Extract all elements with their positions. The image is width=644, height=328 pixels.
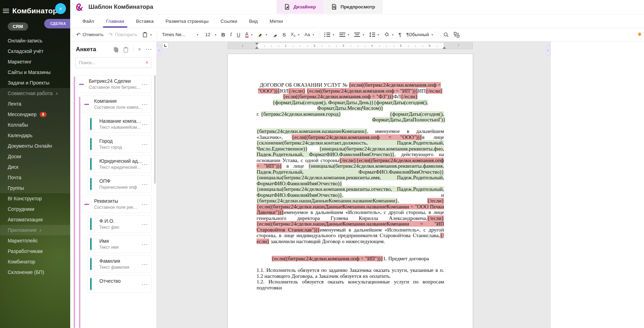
preview-mode-button[interactable]: Предпросмотр [324, 0, 383, 14]
search-button[interactable] [441, 31, 451, 39]
sidebar-item[interactable]: Мессенджер8 [0, 109, 70, 120]
field-card[interactable]: ФамилияТекст фамилия··· [87, 255, 152, 273]
sidebar-item[interactable]: BI Конструктор [0, 193, 70, 204]
collapse-anketa-button[interactable]: ‹ [157, 45, 161, 55]
sidebar-item[interactable]: Почта [0, 172, 70, 183]
field-card[interactable]: Название компа…Текст названиеКом…··· [87, 115, 152, 133]
sidebar-item[interactable]: Коллабы [0, 120, 70, 130]
sidebar-item[interactable]: Календарь [0, 130, 70, 141]
font-color-button[interactable]: A▾ [243, 30, 255, 39]
field-card[interactable]: Отчество··· [87, 275, 152, 293]
sidebar-item[interactable]: Лента [0, 99, 70, 109]
sidebar-item[interactable]: Складской учёт [0, 46, 70, 56]
sidebar-item[interactable]: Разработчикам [0, 246, 70, 256]
sidebar-item[interactable]: Автоматизация [0, 214, 70, 225]
horizontal-ruler[interactable]: 11234567 [228, 42, 473, 49]
close-icon[interactable]: × [138, 46, 141, 53]
deal-button[interactable]: СДЕЛКА [44, 19, 70, 28]
sidebar-item[interactable]: Сотрудники [0, 204, 70, 214]
paste-icon[interactable] [123, 47, 128, 53]
sidebar-item[interactable]: Диск [0, 162, 70, 172]
list-button[interactable]: ▾ [322, 31, 337, 39]
sidebar-item[interactable]: Маркетинг [0, 56, 70, 67]
line-spacing-button[interactable]: ▾ [367, 31, 382, 39]
show-paragraph-marks-button[interactable]: ¶ [396, 31, 404, 39]
tab-stop-selector[interactable] [162, 42, 168, 49]
left-indent-marker[interactable] [255, 47, 259, 49]
sidebar-item[interactable]: Сайты и Магазины [0, 67, 70, 78]
crm-pill[interactable]: CRM [8, 22, 28, 31]
sidebar-item[interactable]: Группы [0, 183, 70, 193]
sidebar-item[interactable]: Онлайн-запись [0, 35, 70, 46]
doc-paragraph[interactable]: 1.2. Исполнитель обязуется оказать консу… [257, 279, 444, 290]
doc-paragraph[interactable]: {битрикс24сделки.компания.названиеКомпан… [257, 128, 444, 244]
doc-paragraph[interactable]: ДОГОВОР ОБ ОКАЗАНИИ УСЛУГ № {если((битри… [257, 82, 444, 111]
tab-Главная[interactable]: Главная [100, 15, 130, 28]
right-indent-marker[interactable] [443, 47, 446, 49]
collapse-dash-icon[interactable] [79, 84, 84, 85]
designer-mode-button[interactable]: Дизайнер [277, 0, 324, 14]
collapse-dash-icon[interactable] [84, 104, 89, 105]
italic-button[interactable]: I [227, 30, 234, 39]
field-more-menu[interactable]: ··· [142, 181, 148, 187]
tab-Вид[interactable]: Вид [243, 15, 264, 28]
more-menu-icon[interactable]: ··· [146, 46, 152, 53]
first-line-indent-marker[interactable] [255, 43, 259, 45]
change-case-button[interactable]: Aa▾ [302, 31, 317, 39]
paragraph-style-select[interactable]: ¶Обычный▾ [404, 31, 436, 39]
field-card[interactable]: Юридический ад…Текст юридический…··· [87, 155, 152, 173]
close-overlay-button[interactable]: × [55, 3, 66, 14]
tab-Разметка страницы[interactable]: Разметка страницы [160, 15, 214, 28]
doc-paragraph[interactable]: {если((битрикс24сделки.компания.опф = "И… [257, 256, 444, 262]
doc-paragraph[interactable]: 1.1. Исполнитель обязуется по заданию За… [257, 267, 444, 279]
field-more-menu[interactable]: ··· [142, 201, 148, 207]
clear-format-button[interactable] [270, 31, 280, 39]
font-size-select[interactable]: 12▾ [201, 31, 219, 39]
field-more-menu[interactable]: ··· [142, 161, 148, 167]
replace-button[interactable] [451, 31, 462, 39]
field-card[interactable]: Ф.И.О.Текст фио··· [87, 215, 152, 233]
field-card[interactable]: ГородТекст город··· [87, 135, 152, 153]
field-more-menu[interactable]: ··· [142, 261, 148, 267]
field-more-menu[interactable]: ··· [142, 101, 148, 107]
field-more-menu[interactable]: ··· [142, 221, 148, 227]
strikethrough-button[interactable]: S [280, 31, 288, 39]
document-page[interactable]: ДОГОВОР ОБ ОКАЗАНИИ УСЛУГ № {если((битри… [228, 54, 473, 328]
highlight-color-button[interactable]: ▾ [255, 31, 270, 39]
paste-button[interactable]: ▾ [140, 30, 154, 39]
tab-Файл[interactable]: Файл [77, 15, 100, 28]
sidebar-item[interactable]: Документы Онлайн [0, 141, 70, 151]
field-card[interactable]: РеквизитыСоставное поле рек…··· [82, 195, 152, 213]
city-date-paragraph[interactable]: г. {битрикс24сделки.компания.город}{форм… [257, 111, 444, 123]
underline-button[interactable]: U [234, 31, 243, 39]
sidebar-item[interactable]: Комбинатор [0, 256, 70, 267]
sidebar-item[interactable]: Задачи и Проекты [0, 78, 70, 88]
subscript-button[interactable]: X2▾ [288, 30, 302, 39]
field-more-menu[interactable]: ··· [142, 281, 148, 287]
copy-icon[interactable] [113, 47, 119, 53]
search-input[interactable] [75, 57, 152, 68]
indent-button[interactable]: ▾ [337, 31, 352, 39]
field-card[interactable]: КомпанияСоставное поле компа…··· [82, 95, 152, 113]
field-card[interactable]: Битрикс24 СделкиСоставное поле битрикс…·… [77, 75, 152, 93]
anketa-scrollbar[interactable] [154, 75, 156, 184]
field-more-menu[interactable]: ··· [142, 121, 148, 127]
field-more-menu[interactable]: ··· [142, 241, 148, 247]
field-more-menu[interactable]: ··· [142, 81, 148, 87]
font-family-select[interactable]: Times Ne...▾ [160, 31, 201, 39]
tab-Вставка[interactable]: Вставка [130, 15, 160, 28]
bold-button[interactable]: B [219, 30, 228, 39]
expand-right-panel-button[interactable]: ‹ [546, 45, 550, 55]
sidebar-item[interactable]: Доски [0, 151, 70, 162]
sidebar-section[interactable]: Совместная работа∧ [0, 88, 70, 99]
field-card[interactable]: ОПФПеречисление опф··· [87, 175, 152, 193]
align-button[interactable]: ▾ [352, 31, 367, 39]
undo-button[interactable]: ↶ Отменить [74, 31, 106, 39]
hamburger-menu-icon[interactable] [3, 9, 9, 13]
field-more-menu[interactable]: ··· [142, 141, 148, 147]
tab-Ссылки[interactable]: Ссылки [214, 15, 243, 28]
sidebar-item[interactable]: Маркетплейс [0, 235, 70, 246]
tab-Метки[interactable]: Метки [264, 15, 289, 28]
field-card[interactable]: ИмяТекст имя··· [87, 235, 152, 253]
sidebar-item[interactable]: Склонение (БП) [0, 267, 70, 277]
